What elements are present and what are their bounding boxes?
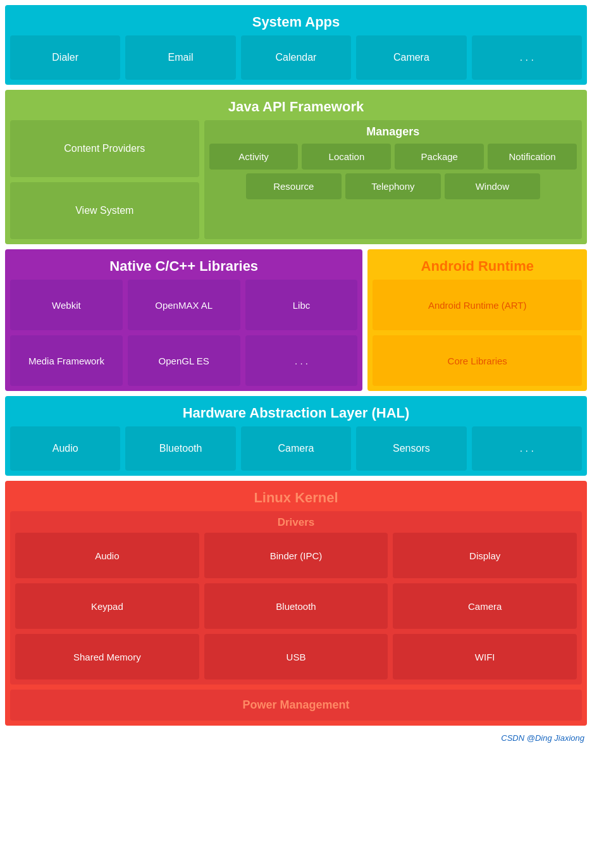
java-api-left-cell: View System bbox=[10, 182, 199, 239]
native-libs-title: Native C/C++ Libraries bbox=[10, 254, 357, 280]
system-apps-cell: . . . bbox=[472, 35, 582, 80]
java-api-title: Java API Framework bbox=[10, 95, 582, 120]
hal-cell: . . . bbox=[472, 426, 582, 471]
manager-cell: Notification bbox=[488, 144, 577, 170]
hal-cell: Bluetooth bbox=[125, 426, 235, 471]
android-runtime-layer: Android Runtime Android Runtime (ART)Cor… bbox=[367, 249, 587, 391]
driver-cell: WIFI bbox=[393, 634, 577, 679]
system-apps-layer: System Apps DialerEmailCalendarCamera. .… bbox=[5, 5, 587, 85]
system-apps-grid: DialerEmailCalendarCamera. . . bbox=[10, 35, 582, 80]
managers-row1: ActivityLocationPackageNotification bbox=[209, 144, 577, 170]
runtime-grid: Android Runtime (ART)Core Libraries bbox=[373, 280, 582, 386]
system-apps-title: System Apps bbox=[10, 10, 582, 35]
driver-cell: Camera bbox=[393, 583, 577, 629]
native-cell: OpenMAX AL bbox=[128, 280, 240, 330]
native-cell: . . . bbox=[245, 335, 358, 386]
system-apps-cell: Calendar bbox=[241, 35, 351, 80]
manager-cell: Telephony bbox=[345, 173, 441, 199]
drivers-title: Drivers bbox=[15, 516, 577, 533]
system-apps-cell: Camera bbox=[356, 35, 466, 80]
driver-cell: Display bbox=[393, 533, 577, 578]
hal-cell: Audio bbox=[10, 426, 120, 471]
driver-cell: Audio bbox=[15, 533, 199, 578]
java-api-inner: Content ProvidersView System Managers Ac… bbox=[10, 120, 582, 239]
driver-cell: USB bbox=[204, 634, 388, 679]
java-api-left: Content ProvidersView System bbox=[10, 120, 199, 239]
hal-layer: Hardware Abstraction Layer (HAL) AudioBl… bbox=[5, 396, 587, 476]
manager-cell: Location bbox=[302, 144, 391, 170]
runtime-cell: Android Runtime (ART) bbox=[373, 280, 582, 330]
middle-row: Native C/C++ Libraries WebkitOpenMAX ALL… bbox=[5, 249, 587, 391]
native-cell: OpenGL ES bbox=[128, 335, 240, 386]
native-libs-layer: Native C/C++ Libraries WebkitOpenMAX ALL… bbox=[5, 249, 362, 391]
java-api-right: Managers ActivityLocationPackageNotifica… bbox=[204, 120, 582, 239]
system-apps-cell: Dialer bbox=[10, 35, 120, 80]
java-api-left-cell: Content Providers bbox=[10, 120, 199, 177]
power-mgmt: Power Management bbox=[10, 690, 582, 721]
managers-row2: ResourceTelephonyWindow bbox=[246, 173, 540, 199]
linux-kernel-layer: Linux Kernel Drivers AudioBinder (IPC)Di… bbox=[5, 481, 587, 726]
native-cell: Webkit bbox=[10, 280, 123, 330]
watermark: CSDN @Ding Jiaxiong bbox=[0, 731, 592, 745]
hal-cell: Sensors bbox=[356, 426, 466, 471]
linux-kernel-title: Linux Kernel bbox=[10, 486, 582, 511]
java-api-layer: Java API Framework Content ProvidersView… bbox=[5, 90, 587, 244]
native-cell: Libc bbox=[245, 280, 358, 330]
drivers-grid: AudioBinder (IPC)DisplayKeypadBluetoothC… bbox=[15, 533, 577, 679]
manager-cell: Window bbox=[445, 173, 540, 199]
manager-cell: Package bbox=[395, 144, 484, 170]
system-apps-cell: Email bbox=[125, 35, 235, 80]
hal-grid: AudioBluetoothCameraSensors. . . bbox=[10, 426, 582, 471]
driver-cell: Keypad bbox=[15, 583, 199, 629]
manager-cell: Resource bbox=[246, 173, 342, 199]
driver-cell: Shared Memory bbox=[15, 634, 199, 679]
hal-title: Hardware Abstraction Layer (HAL) bbox=[10, 401, 582, 426]
native-libs-grid: WebkitOpenMAX ALLibcMedia FrameworkOpenG… bbox=[10, 280, 357, 386]
runtime-cell: Core Libraries bbox=[373, 335, 582, 386]
manager-cell: Activity bbox=[209, 144, 299, 170]
drivers-section: Drivers AudioBinder (IPC)DisplayKeypadBl… bbox=[10, 511, 582, 685]
driver-cell: Bluetooth bbox=[204, 583, 388, 629]
managers-title: Managers bbox=[209, 125, 577, 144]
driver-cell: Binder (IPC) bbox=[204, 533, 388, 578]
hal-cell: Camera bbox=[241, 426, 351, 471]
native-cell: Media Framework bbox=[10, 335, 123, 386]
android-runtime-title: Android Runtime bbox=[373, 254, 582, 280]
